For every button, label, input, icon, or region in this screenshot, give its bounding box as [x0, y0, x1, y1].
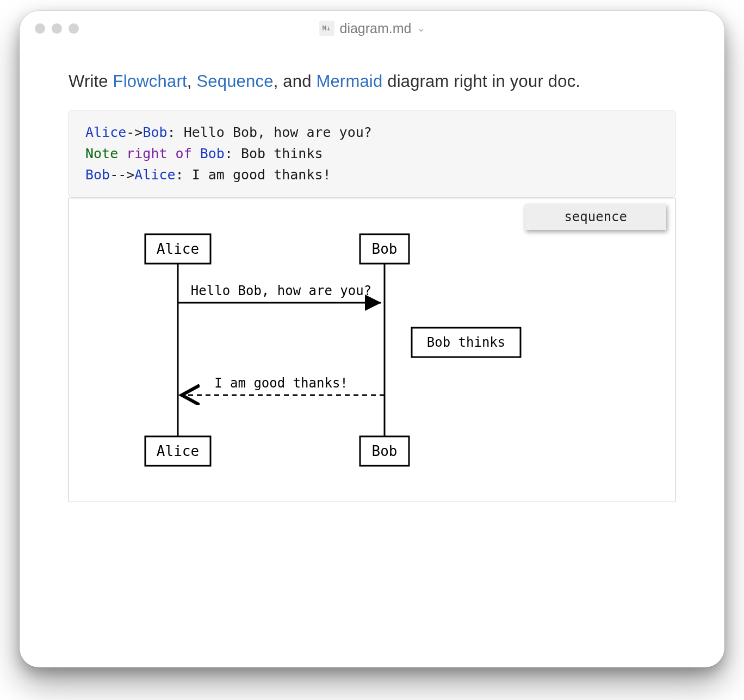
actor-label-bob-top: Bob	[372, 241, 398, 257]
code-token: Bob	[200, 146, 225, 161]
intro-sep1: ,	[187, 72, 197, 91]
code-token: Alice	[134, 167, 175, 183]
intro-sep2: , and	[274, 72, 317, 91]
code-token: right of	[118, 146, 200, 161]
intro-text-prefix: Write	[69, 72, 113, 91]
code-token: Bob	[142, 124, 167, 140]
diagram-type-badge: sequence	[525, 204, 666, 230]
code-token: : Hello Bob, how are you?	[168, 124, 372, 140]
traffic-lights	[35, 23, 79, 34]
traffic-light-close[interactable]	[35, 23, 45, 34]
code-token: Note	[85, 146, 118, 161]
note-label: Bob thinks	[427, 335, 506, 350]
code-token: -->	[110, 167, 134, 183]
traffic-light-minimize[interactable]	[52, 23, 62, 34]
title-center: M↓ diagram.md ⌄	[20, 21, 724, 36]
code-block[interactable]: Alice->Bob: Hello Bob, how are you? Note…	[69, 110, 675, 198]
actor-label-bob-bottom: Bob	[372, 443, 398, 459]
message-2-label: I am good thanks!	[214, 376, 348, 391]
flowchart-link[interactable]: Flowchart	[113, 72, 187, 91]
titlebar: M↓ diagram.md ⌄	[20, 11, 724, 46]
code-token: ->	[126, 124, 142, 140]
traffic-light-zoom[interactable]	[69, 23, 79, 34]
app-window: M↓ diagram.md ⌄ Write Flowchart, Sequenc…	[20, 11, 724, 667]
code-token: Bob	[85, 167, 110, 183]
chevron-down-icon[interactable]: ⌄	[417, 22, 425, 34]
intro-text-suffix: diagram right in your doc.	[382, 72, 580, 91]
intro-paragraph: Write Flowchart, Sequence, and Mermaid d…	[69, 72, 675, 91]
sequence-diagram: Alice Bob Hello Bob, how are you? Bob th…	[91, 231, 580, 486]
code-token: : Bob thinks	[225, 146, 323, 161]
actor-label-alice-bottom: Alice	[157, 443, 199, 459]
filename-label: diagram.md	[340, 21, 412, 36]
code-token: : I am good thanks!	[176, 167, 331, 183]
sequence-link[interactable]: Sequence	[196, 72, 273, 91]
message-1-label: Hello Bob, how are you?	[191, 283, 371, 298]
document-content: Write Flowchart, Sequence, and Mermaid d…	[20, 46, 724, 502]
mermaid-link[interactable]: Mermaid	[316, 72, 382, 91]
markdown-file-icon: M↓	[319, 21, 334, 36]
diagram-panel: sequence Alice Bob	[69, 198, 675, 502]
code-token: Alice	[85, 124, 126, 140]
actor-label-alice-top: Alice	[157, 241, 199, 257]
